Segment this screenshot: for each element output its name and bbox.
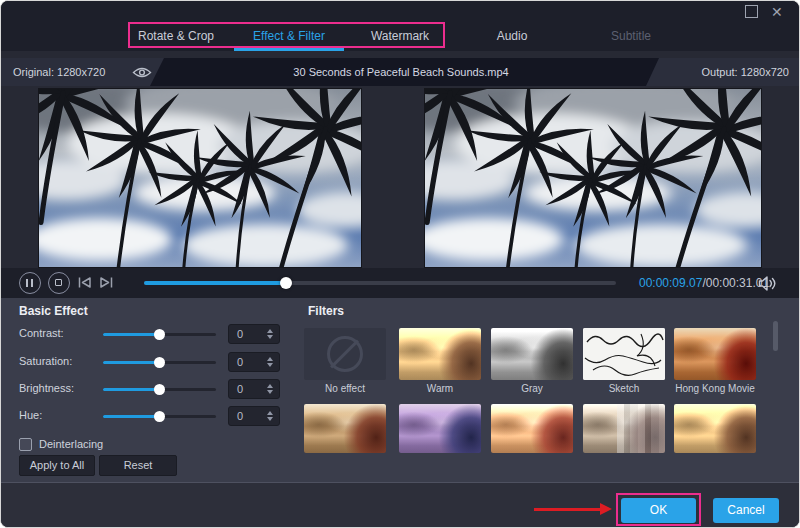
filter-thumbnail[interactable]: [491, 404, 573, 453]
filter-label-no-effect: No effect: [302, 383, 388, 394]
saturation-spinner[interactable]: 0: [228, 352, 280, 372]
hue-spinner[interactable]: 0: [228, 406, 280, 426]
filter-thumbnail[interactable]: [304, 404, 386, 453]
filter-label-sketch: Sketch: [581, 383, 667, 394]
deinterlacing-checkbox[interactable]: [19, 438, 32, 451]
filter-hong-kong-movie[interactable]: [674, 328, 756, 380]
brightness-up-icon[interactable]: [267, 384, 273, 388]
apply-to-all-button[interactable]: Apply to All: [19, 455, 95, 476]
saturation-label: Saturation:: [19, 355, 99, 367]
filter-label-hong-kong-movie: Hong Kong Movie: [672, 383, 758, 394]
hue-label: Hue:: [19, 409, 99, 421]
time-display: 00:00:09.07/00:00:31.01: [639, 268, 769, 298]
contrast-value: 0: [237, 328, 243, 340]
tab-watermark[interactable]: Watermark: [371, 23, 429, 49]
tab-subtitle[interactable]: Subtitle: [611, 23, 651, 49]
hue-slider-thumb[interactable]: [154, 411, 165, 422]
hue-value: 0: [237, 410, 243, 422]
filter-gray[interactable]: [491, 328, 573, 380]
brightness-slider[interactable]: [103, 388, 216, 391]
annotation-arrow: [534, 508, 602, 511]
contrast-label: Contrast:: [19, 327, 99, 339]
hue-up-icon[interactable]: [267, 411, 273, 415]
filter-label-warm: Warm: [397, 383, 483, 394]
dialog-footer: OK Cancel: [1, 482, 800, 528]
current-time: 00:00:09.07: [639, 276, 702, 290]
filter-thumbnail[interactable]: [399, 404, 481, 453]
brightness-label: Brightness:: [19, 382, 99, 394]
contrast-slider-thumb[interactable]: [154, 329, 165, 340]
deinterlacing-label: Deinterlacing: [39, 438, 103, 450]
saturation-down-icon[interactable]: [267, 363, 273, 367]
saturation-slider[interactable]: [103, 361, 216, 364]
contrast-spinner[interactable]: 0: [228, 324, 280, 344]
saturation-value: 0: [237, 356, 243, 368]
close-icon[interactable]: ✕: [771, 5, 783, 19]
tab-rotate-crop[interactable]: Rotate & Crop: [138, 23, 214, 49]
filter-warm[interactable]: [399, 328, 481, 380]
seek-progress: [144, 281, 286, 285]
effect-filter-dialog: ✕ Rotate & Crop Effect & Filter Watermar…: [0, 0, 800, 528]
cancel-button[interactable]: Cancel: [713, 498, 779, 523]
maximize-icon[interactable]: [745, 5, 758, 18]
original-video-preview: [39, 89, 361, 267]
brightness-value: 0: [237, 383, 243, 395]
reset-button[interactable]: Reset: [99, 455, 177, 476]
brightness-spinner[interactable]: 0: [228, 379, 280, 399]
eye-preview-icon[interactable]: [132, 66, 152, 79]
window-header: ✕ Rotate & Crop Effect & Filter Watermar…: [1, 1, 800, 51]
filter-sketch[interactable]: [583, 328, 665, 380]
preview-infobar: 30 Seconds of Peaceful Beach Sounds.mp4 …: [1, 58, 800, 86]
tab-effect-filter[interactable]: Effect & Filter: [253, 23, 325, 49]
hue-slider[interactable]: [103, 415, 216, 418]
filters-scrollbar[interactable]: [773, 321, 778, 351]
saturation-up-icon[interactable]: [267, 357, 273, 361]
contrast-up-icon[interactable]: [267, 329, 273, 333]
volume-icon[interactable]: [758, 276, 777, 291]
previous-frame-button[interactable]: [77, 276, 92, 289]
stop-button[interactable]: [48, 272, 70, 294]
tab-audio[interactable]: Audio: [497, 23, 528, 49]
output-resolution-label: Output: 1280x720: [646, 58, 800, 86]
filter-thumbnail[interactable]: [583, 404, 665, 453]
seek-slider[interactable]: [144, 281, 616, 285]
filter-no-effect[interactable]: [304, 328, 386, 380]
stop-icon: [55, 279, 62, 286]
pause-icon: [26, 279, 33, 287]
pause-button[interactable]: [19, 272, 41, 294]
output-video-preview: [425, 89, 761, 267]
ok-button[interactable]: OK: [621, 498, 696, 523]
filters-title: Filters: [308, 304, 344, 318]
basic-effect-title: Basic Effect: [19, 304, 88, 318]
preview-area: 30 Seconds of Peaceful Beach Sounds.mp4 …: [1, 51, 800, 298]
contrast-slider[interactable]: [103, 333, 216, 336]
effects-panel: Basic Effect Contrast: 0 Saturation: 0 B…: [1, 298, 800, 482]
saturation-slider-thumb[interactable]: [154, 357, 165, 368]
filter-thumbnail[interactable]: [674, 404, 756, 453]
hue-down-icon[interactable]: [267, 417, 273, 421]
brightness-slider-thumb[interactable]: [154, 384, 165, 395]
brightness-down-icon[interactable]: [267, 390, 273, 394]
playback-bar: 00:00:09.07/00:00:31.01: [1, 268, 800, 298]
contrast-down-icon[interactable]: [267, 335, 273, 339]
next-frame-button[interactable]: [99, 276, 114, 289]
filter-label-gray: Gray: [489, 383, 575, 394]
seek-thumb[interactable]: [280, 277, 292, 289]
